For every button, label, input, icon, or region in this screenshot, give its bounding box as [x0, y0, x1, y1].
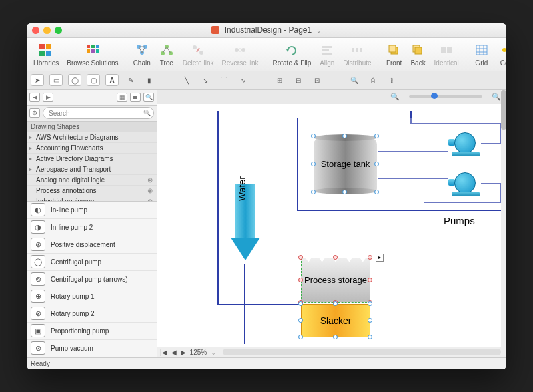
sidebar-view-switch: ◀ ▶ ▦ ≣ 🔍 [27, 90, 157, 106]
svg-rect-6 [96, 45, 99, 48]
page-back-icon[interactable]: ◀ [171, 349, 177, 356]
next-icon[interactable]: ▶ [43, 93, 53, 102]
pointer-tool[interactable]: ➤ [31, 74, 44, 86]
svg-rect-7 [87, 49, 90, 53]
pump-shape-item[interactable]: ⊕Rotary pump 1 [27, 288, 157, 305]
distribute-button[interactable]: Distribute [340, 42, 374, 67]
pump-shape-item[interactable]: ▣Proportioning pump [27, 323, 157, 340]
category-item[interactable]: ▸AWS Architecture Diagrams [27, 132, 157, 143]
connector-tool[interactable]: ↘ [199, 74, 212, 86]
group-tool-2[interactable]: ⊟ [292, 74, 305, 86]
rotate-flip-button[interactable]: Rotate & Flip [270, 42, 314, 67]
zoom-in-icon[interactable]: 🔍 [492, 93, 501, 101]
canvas-area: 🔍 🔍 Pumps Storage tank [157, 90, 506, 357]
close-icon[interactable]: ⊗ [147, 176, 153, 184]
tree-button[interactable]: Tree [156, 42, 177, 67]
grid-button[interactable]: Grid [471, 42, 492, 67]
svg-line-19 [197, 48, 199, 52]
svg-rect-30 [389, 45, 396, 52]
zoom-slider[interactable] [409, 95, 482, 98]
group-tool-1[interactable]: ⊞ [273, 74, 286, 86]
category-item[interactable]: Process annotations⊗ [27, 186, 157, 196]
slacker-shape[interactable]: Slacker [301, 304, 370, 337]
line-tool[interactable]: ╲ [180, 74, 193, 86]
pump-icon: ⊛ [31, 238, 45, 251]
pump-shape-item[interactable]: ⊘Pump vacuum [27, 340, 157, 357]
category-item[interactable]: ▸Aerospace and Transport [27, 164, 157, 175]
chevron-down-icon[interactable]: ⌄ [316, 27, 322, 34]
category-item[interactable]: Analog and digital logic⊗ [27, 175, 157, 186]
zoom-out-icon[interactable]: 🔍 [390, 93, 400, 101]
spline-tool[interactable]: ∿ [236, 74, 249, 86]
pump-icon: ◯ [31, 255, 45, 268]
ellipse-tool[interactable]: ◯ [68, 74, 81, 86]
libraries-button[interactable]: Libraries [31, 42, 61, 67]
pump-icon: ◐ [31, 203, 45, 216]
drawing-canvas[interactable]: Pumps Storage tank Water Process storage… [157, 104, 506, 347]
svg-rect-35 [476, 45, 487, 55]
rect-tool[interactable]: ▭ [49, 74, 63, 86]
pump-shape-2[interactable] [450, 171, 481, 195]
color-button[interactable]: Color [498, 42, 506, 67]
rounded-tool[interactable]: ▢ [87, 74, 100, 86]
svg-rect-24 [322, 49, 329, 51]
window-title: IndustrialDesign - Page1 ⌄ [27, 25, 506, 35]
category-item[interactable]: ▸Accounting Flowcharts [27, 143, 157, 154]
pump-shape-item[interactable]: ⊚Centrifugal pump (arrows) [27, 271, 157, 288]
prev-icon[interactable]: ◀ [29, 93, 40, 102]
category-item[interactable]: ▸Active Directory Diagrams [27, 154, 157, 164]
close-icon[interactable]: ⊗ [147, 187, 153, 194]
pump-shape-item[interactable]: ◐In-line pump [27, 202, 157, 219]
identical-button[interactable]: Identical [432, 42, 462, 67]
app-window: IndustrialDesign - Page1 ⌄ Libraries Bro… [27, 23, 506, 369]
main-toolbar: Libraries Browse Solutions Chain Tree De… [27, 38, 506, 71]
library-sidebar: ◀ ▶ ▦ ≣ 🔍 ⚙ Search Drawing Shapes ▸AWS A… [27, 90, 157, 357]
grid-view-icon[interactable]: ▦ [117, 93, 127, 102]
smart-tag-icon[interactable]: ▸ [376, 254, 384, 262]
pumps-label: Pumps [444, 215, 475, 226]
text-tool[interactable]: A [105, 74, 119, 86]
svg-rect-28 [360, 48, 362, 52]
zoom-value[interactable]: 125% [190, 349, 207, 356]
page-fwd-icon[interactable]: ▶ [181, 349, 186, 356]
pump-shape-item[interactable]: ⊗Rotary pump 2 [27, 305, 157, 323]
svg-rect-3 [46, 51, 51, 56]
process-storage-shape[interactable]: Process storage [301, 258, 370, 303]
arc-tool[interactable]: ⌒ [217, 74, 231, 86]
svg-marker-22 [286, 49, 289, 52]
pump-shape-1[interactable] [450, 131, 481, 155]
list-view-icon[interactable]: ≣ [130, 93, 141, 102]
pump-shape-item[interactable]: ◑In-line pump 2 [27, 219, 157, 236]
back-button[interactable]: Back [408, 42, 429, 67]
pump-icon: ⊗ [31, 307, 45, 320]
search-input[interactable]: Search [43, 107, 154, 119]
pump-shape-item[interactable]: ⊛Positive displacement [27, 236, 157, 254]
pencil-tool[interactable]: ✎ [124, 74, 137, 86]
pump-shape-item[interactable]: ◯Centrifugal pump [27, 254, 157, 271]
svg-rect-1 [46, 44, 51, 49]
chain-button[interactable]: Chain [131, 42, 153, 67]
reverse-link-button[interactable]: Reverse link [219, 42, 261, 67]
search-icon[interactable]: 🔍 [143, 93, 154, 102]
category-item[interactable]: Industrial equipment⊗ [27, 196, 157, 202]
svg-rect-27 [356, 48, 358, 52]
fill-tool[interactable]: ▮ [143, 74, 156, 86]
group-tool-3[interactable]: ⊡ [310, 74, 324, 86]
page-prev-icon[interactable]: |◀ [160, 349, 167, 356]
print-icon[interactable]: ⎙ [366, 74, 380, 86]
align-button[interactable]: Align [316, 42, 338, 67]
zoom-in-icon[interactable]: 🔍 [348, 74, 361, 86]
vertical-scrollbar-thumb[interactable] [501, 90, 506, 130]
svg-rect-2 [39, 51, 45, 56]
bottom-scrollbar[interactable]: |◀ ◀ ▶ 125% ⌄ [157, 347, 506, 357]
storage-tank-shape[interactable]: Storage tank [314, 138, 377, 191]
shape-categories: Drawing Shapes ▸AWS Architecture Diagram… [27, 122, 157, 202]
pump-icon: ◑ [31, 220, 45, 234]
canvas-zoom-bar: 🔍 🔍 [157, 90, 506, 104]
delete-link-button[interactable]: Delete link [180, 42, 217, 67]
settings-icon[interactable]: ⚙ [29, 108, 40, 118]
export-icon[interactable]: ⇪ [385, 74, 398, 86]
pump-icon: ⊕ [31, 290, 45, 303]
browse-solutions-button[interactable]: Browse Solutions [64, 42, 121, 67]
front-button[interactable]: Front [384, 42, 405, 67]
